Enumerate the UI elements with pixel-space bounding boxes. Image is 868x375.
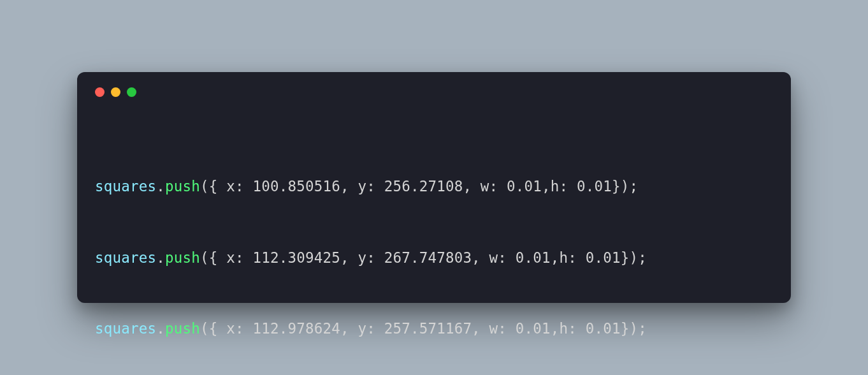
code-method: push	[165, 320, 200, 337]
code-line: squares.push({ x: 112.978624, y: 257.571…	[95, 317, 773, 341]
code-object: squares	[95, 320, 156, 337]
code-line: squares.push({ x: 100.850516, y: 256.271…	[95, 175, 773, 198]
minimize-icon[interactable]	[111, 87, 120, 97]
code-line: squares.push({ x: 112.309425, y: 267.747…	[95, 246, 773, 270]
maximize-icon[interactable]	[127, 87, 136, 97]
code-block: squares.push({ x: 100.850516, y: 256.271…	[95, 128, 773, 375]
code-object: squares	[95, 178, 156, 195]
code-args: x: 112.978624, y: 257.571167, w: 0.01,h:…	[217, 320, 647, 337]
code-method: push	[165, 249, 200, 266]
close-icon[interactable]	[95, 87, 105, 97]
code-window: squares.push({ x: 100.850516, y: 256.271…	[77, 72, 791, 303]
code-args: x: 112.309425, y: 267.747803, w: 0.01,h:…	[217, 249, 647, 266]
window-controls	[95, 87, 773, 97]
code-object: squares	[95, 249, 156, 266]
code-method: push	[165, 178, 200, 195]
code-args: x: 100.850516, y: 256.27108, w: 0.01,h: …	[217, 178, 638, 195]
